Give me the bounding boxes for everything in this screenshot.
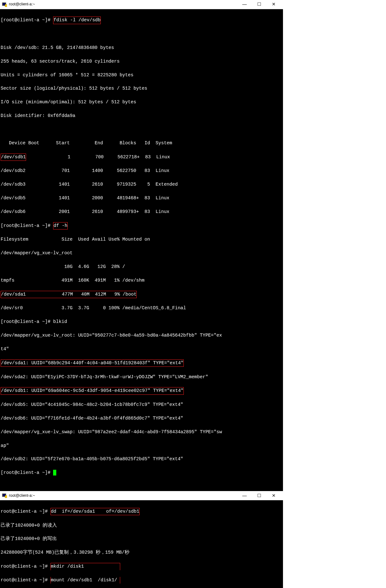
blk-vg2: t4" bbox=[1, 346, 282, 352]
putty-icon bbox=[2, 2, 7, 7]
df-vg2: 18G 4.6G 12G 28% / bbox=[1, 263, 282, 270]
df-tmpfs: tmpfs 491M 160K 491M 1% /dev/shm bbox=[1, 277, 282, 284]
df-sr0: /dev/sr0 3.7G 3.7G 0 100% /media/CentOS_… bbox=[1, 305, 282, 311]
dd-out: 己录了1024000+0 的写出 bbox=[1, 536, 282, 542]
sdb3-row: /dev/sdb3 1401 2610 9719325 5 Extended bbox=[1, 181, 282, 188]
ident-info: Disk identifier: 0xf6fdda9a bbox=[1, 113, 282, 119]
terminal-window-1: root@client-a:~ — ☐ ✕ [root@client-a ~]#… bbox=[0, 0, 283, 491]
partition-header: Device Boot Start End Blocks Id System bbox=[1, 140, 282, 147]
minimize-button[interactable]: — bbox=[237, 0, 252, 9]
sector-info: Sector size (logical/physical): 512 byte… bbox=[1, 85, 282, 92]
blk-swap1: /dev/mapper/vg_xue-lv_swap: UUID="987a2e… bbox=[1, 429, 282, 435]
cmd-mount: mount /dev/sdb1 /disk1/ bbox=[51, 577, 121, 584]
cmd-df: df -h bbox=[53, 222, 68, 229]
blk-sda1: /dev/sda1: UUID="68b9c294-440f-4c04-a040… bbox=[1, 359, 184, 367]
cursor bbox=[53, 470, 56, 475]
cmd-blkid: blkid bbox=[53, 319, 67, 324]
titlebar-1: root@client-a:~ — ☐ ✕ bbox=[0, 0, 283, 9]
sdb6-row: /dev/sdb6 2001 2610 4899793+ 83 Linux bbox=[1, 209, 282, 215]
titlebar-2: root@client-a:~ — ☐ ✕ bbox=[0, 491, 283, 500]
window-title-2: root@client-a:~ bbox=[9, 492, 237, 499]
close-button[interactable]: ✕ bbox=[266, 491, 281, 500]
blk-vg1: /dev/mapper/vg_xue-lv_root: UUID="950277… bbox=[1, 332, 282, 339]
svg-rect-5 bbox=[5, 496, 7, 498]
units-info: Units = cylinders of 16065 * 512 = 82252… bbox=[1, 72, 282, 79]
prompt: root@client-a ~]# bbox=[1, 578, 51, 583]
disk-info: Disk /dev/sdb: 21.5 GB, 21474836480 byte… bbox=[1, 44, 282, 51]
maximize-button[interactable]: ☐ bbox=[252, 0, 266, 9]
prompt: root@client-a ~]# bbox=[1, 509, 51, 514]
dd-in: 己录了1024000+0 的读入 bbox=[1, 522, 282, 529]
terminal-content-1[interactable]: [root@client-a ~]# fdisk -l /dev/sdb Dis… bbox=[0, 9, 283, 491]
sdb1-device: /dev/sdb1 bbox=[1, 154, 26, 161]
df-header: Filesystem Size Used Avail Use% Mounted … bbox=[1, 236, 282, 243]
sdb5-row: /dev/sdb5 1401 2000 4819468+ 83 Linux bbox=[1, 195, 282, 202]
terminal-window-2: root@client-a:~ — ☐ ✕ root@client-a ~]# … bbox=[0, 491, 283, 588]
sdb2-row: /dev/sdb2 701 1400 5622750 83 Linux bbox=[1, 168, 282, 174]
cmd-fdisk: fdisk -l /dev/sdb bbox=[53, 17, 101, 24]
prompt: [root@client-a ~]# bbox=[1, 470, 53, 475]
prompt: root@client-a ~]# bbox=[1, 564, 51, 569]
blk-swap2: ap" bbox=[1, 442, 282, 449]
heads-info: 255 heads, 63 sectors/track, 2610 cylind… bbox=[1, 58, 282, 65]
blk-sdb1: /dev/sdb1: UUID="69a604ec-9c5d-43df-9054… bbox=[1, 387, 184, 394]
blk-sdb6: /dev/sdb6: UUID="f716fe1d-4fde-4b24-a3bf… bbox=[1, 415, 282, 422]
window-title-1: root@client-a:~ bbox=[9, 1, 237, 8]
prompt: [root@client-a ~]# bbox=[1, 223, 53, 228]
dd-bytes: 24288000字节(524 MB)已复制，3.30298 秒，159 MB/秒 bbox=[1, 549, 282, 556]
blk-sdb5: /dev/sdb5: UUID="4c41045c-984c-48c2-b204… bbox=[1, 401, 282, 408]
minimize-button[interactable]: — bbox=[237, 491, 252, 500]
df-vg: /dev/mapper/vg_xue-lv_root bbox=[1, 250, 282, 256]
maximize-button[interactable]: ☐ bbox=[252, 491, 266, 500]
putty-icon bbox=[2, 493, 7, 498]
df-sda1: /dev/sda1 477M 40M 412M 9% /boot bbox=[1, 291, 137, 298]
prompt: [root@client-a ~]# bbox=[1, 17, 53, 23]
cmd-mkdir: mkdir /disk1 bbox=[51, 563, 121, 570]
close-button[interactable]: ✕ bbox=[266, 0, 281, 9]
cmd-dd: dd if=/dev/sda1 of=/dev/sdb1 bbox=[51, 508, 140, 515]
io-info: I/O size (minimum/optimal): 512 bytes / … bbox=[1, 99, 282, 106]
blk-sdb2: /dev/sdb2: UUID="5f27e670-ba1a-405b-b075… bbox=[1, 456, 282, 462]
prompt: [root@client-a ~]# bbox=[1, 319, 53, 324]
blk-sda2: /dev/sda2: UUID="E1yiPC-37DY-bTJq-3rMh-t… bbox=[1, 374, 282, 380]
terminal-content-2[interactable]: root@client-a ~]# dd if=/dev/sda1 of=/de… bbox=[0, 500, 283, 588]
svg-rect-2 bbox=[5, 4, 7, 7]
